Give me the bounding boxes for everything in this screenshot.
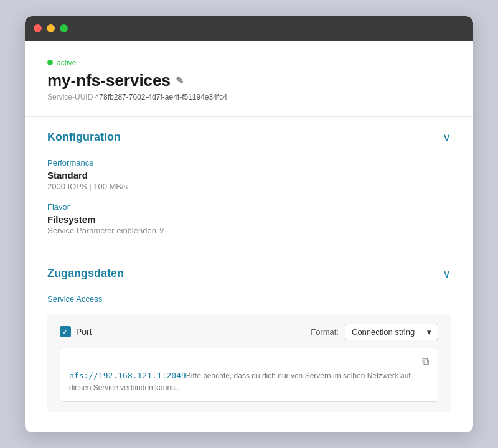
konfiguration-section: Konfiguration ∨ Performance Standard 200… — [25, 117, 473, 253]
port-label: Port — [76, 327, 92, 337]
status-label: active — [57, 58, 76, 67]
konfiguration-chevron: ∨ — [443, 131, 451, 144]
format-chevron-icon: ▾ — [427, 327, 431, 337]
performance-sub: 2000 IOPS | 100 MB/s — [47, 182, 451, 191]
port-checkbox[interactable]: ✓ — [60, 326, 71, 337]
service-name: my-nfs-services — [47, 71, 171, 90]
service-header: active my-nfs-services ✎ Service-UUID 47… — [25, 41, 473, 117]
maximize-button[interactable] — [60, 24, 68, 32]
flavor-label: Flavor — [47, 202, 451, 212]
uuid-value: 478fb287-7602-4d7f-ae4f-f51194e34fc4 — [95, 93, 227, 101]
copy-icon[interactable]: ⧉ — [422, 356, 429, 367]
konfiguration-body: Performance Standard 2000 IOPS | 100 MB/… — [25, 158, 473, 253]
connection-string-top: ⧉ — [69, 356, 429, 367]
zugangsdaten-section: Zugangsdaten ∨ Service Access ✓ Port For… — [25, 253, 473, 432]
format-label: Format: — [311, 327, 339, 337]
connection-string-text: nfs://192.168.121.1:2049Bitte beachte, d… — [69, 370, 429, 394]
status-dot — [47, 60, 53, 65]
service-access-label: Service Access — [47, 294, 451, 304]
performance-label: Performance — [47, 158, 451, 167]
zugangsdaten-header[interactable]: Zugangsdaten ∨ — [25, 253, 473, 294]
flavor-value: Filesystem — [47, 214, 451, 225]
service-parameter-toggle[interactable]: Service Parameter einblenden ∨ — [47, 226, 451, 235]
toggle-chevron-icon: ∨ — [159, 226, 165, 235]
service-title-row: my-nfs-services ✎ — [47, 71, 451, 90]
service-uuid: Service-UUID 478fb287-7602-4d7f-ae4f-f51… — [47, 93, 451, 101]
port-row: ✓ Port — [60, 326, 92, 337]
nfs-url: nfs://192.168.121.1:2049 — [69, 371, 186, 380]
format-row: Format: Connection string ▾ — [311, 324, 438, 340]
uuid-label: Service-UUID — [47, 93, 93, 101]
access-card: ✓ Port Format: Connection string ▾ — [47, 314, 451, 412]
minimize-button[interactable] — [47, 24, 55, 32]
performance-value: Standard — [47, 170, 451, 180]
konfiguration-title: Konfiguration — [47, 131, 121, 144]
format-value: Connection string — [352, 327, 415, 337]
page-content: active my-nfs-services ✎ Service-UUID 47… — [25, 41, 473, 432]
access-card-top: ✓ Port Format: Connection string ▾ — [60, 324, 438, 340]
toggle-label: Service Parameter einblenden — [47, 226, 156, 235]
titlebar — [25, 16, 473, 41]
zugangsdaten-chevron: ∨ — [443, 267, 451, 281]
browser-window: active my-nfs-services ✎ Service-UUID 47… — [25, 16, 473, 432]
status-badge: active — [47, 58, 451, 67]
edit-icon[interactable]: ✎ — [176, 75, 184, 86]
konfiguration-header[interactable]: Konfiguration ∨ — [25, 117, 473, 158]
zugangsdaten-title: Zugangsdaten — [47, 267, 124, 280]
connection-string-box: ⧉ nfs://192.168.121.1:2049Bitte beachte,… — [60, 348, 438, 402]
zugangsdaten-body: Service Access ✓ Port Format: Connection… — [25, 294, 473, 432]
close-button[interactable] — [34, 24, 42, 32]
format-dropdown[interactable]: Connection string ▾ — [345, 324, 438, 340]
